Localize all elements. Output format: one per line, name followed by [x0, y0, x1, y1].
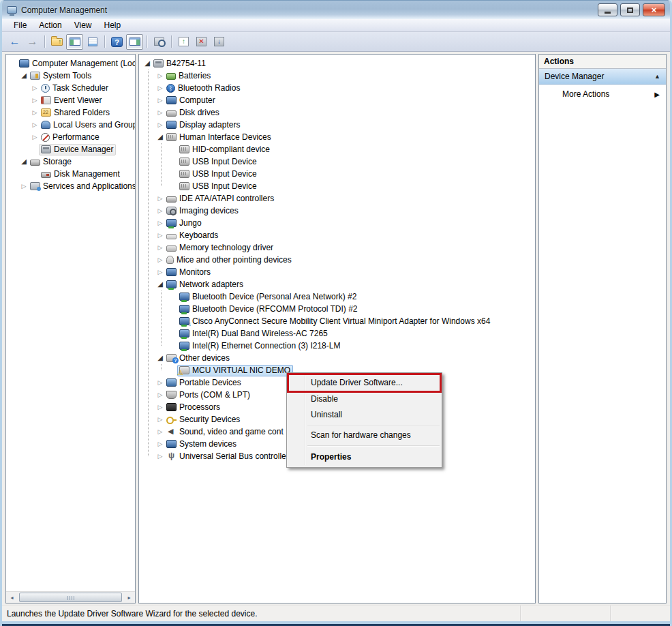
close-button[interactable]: × — [643, 3, 665, 16]
expand-arrow[interactable]: ▷ — [156, 438, 164, 450]
tree-row[interactable]: USB Input Device — [139, 168, 535, 180]
tree-row[interactable]: ▷ Event Viewer — [6, 94, 135, 106]
menu-file[interactable]: File — [7, 19, 33, 32]
expand-arrow[interactable]: ◢ — [20, 155, 28, 168]
tree-row[interactable]: HID-compliant device — [139, 143, 535, 155]
expand-arrow[interactable]: ▷ — [31, 94, 39, 106]
scrollbar-thumb[interactable] — [19, 593, 122, 602]
expand-arrow[interactable]: ▷ — [156, 450, 164, 462]
context-menu-item-scan-for-hardware-changes[interactable]: Scan for hardware changes — [288, 428, 440, 443]
scroll-right-button[interactable]: ▸ — [123, 592, 135, 603]
tree-row[interactable]: ◢ System Tools — [6, 70, 135, 82]
show-action-pane-button[interactable] — [126, 34, 143, 50]
tree-row[interactable]: ▷ Memory technology driver — [139, 241, 535, 254]
tree-row[interactable]: Intel(R) Ethernet Connection (3) I218-LM — [139, 340, 535, 352]
tree-row[interactable]: Bluetooth Device (RFCOMM Protocol TDI) #… — [139, 303, 535, 315]
expand-arrow[interactable]: ▷ — [156, 389, 164, 401]
tree-row[interactable]: Computer Management (Local — [6, 57, 135, 70]
context-menu-item-update-driver-software[interactable]: Update Driver Software... — [288, 374, 440, 391]
expand-arrow[interactable]: ▷ — [156, 106, 164, 119]
tree-row[interactable]: ▷ Batteries — [139, 70, 535, 82]
actions-section-device-manager[interactable]: Device Manager ▲ — [539, 69, 666, 85]
tree-row[interactable]: Bluetooth Device (Personal Area Network)… — [139, 290, 535, 303]
expand-arrow[interactable]: ▷ — [156, 217, 164, 229]
tree-row[interactable]: ▷ Monitors — [139, 266, 535, 278]
collapse-section-icon[interactable]: ▲ — [654, 73, 660, 80]
tree-row[interactable]: ▷ Task Scheduler — [6, 82, 135, 94]
tree-row[interactable]: ◢ Other devices — [139, 352, 535, 364]
expand-arrow[interactable]: ▷ — [20, 180, 28, 192]
expand-arrow[interactable]: ▷ — [31, 131, 39, 143]
expand-arrow[interactable]: ▷ — [156, 82, 164, 94]
tree-row[interactable]: USB Input Device — [139, 155, 535, 168]
tree-row[interactable]: ◢ Human Interface Devices — [139, 131, 535, 143]
tree-row[interactable]: ◢ Storage — [6, 155, 135, 168]
help-button[interactable]: ? — [108, 34, 125, 50]
tree-row[interactable]: Cisco AnyConnect Secure Mobility Client … — [139, 315, 535, 327]
tree-row[interactable]: ◢ Network adapters — [139, 278, 535, 290]
keyboard-icon — [166, 234, 177, 239]
tree-row[interactable]: ▷ Computer — [139, 94, 535, 106]
update-driver-button[interactable]: ↑ — [175, 34, 192, 50]
maximize-button[interactable] — [620, 3, 640, 16]
menu-action[interactable]: Action — [33, 19, 67, 32]
tree-row[interactable]: Intel(R) Dual Band Wireless-AC 7265 — [139, 327, 535, 340]
tree-row[interactable]: ▷ Bluetooth Radios — [139, 82, 535, 94]
scroll-left-button[interactable]: ◂ — [6, 592, 18, 603]
expand-arrow[interactable]: ▷ — [156, 229, 164, 241]
tree-row[interactable]: ▷ Services and Applications — [6, 180, 135, 192]
more-actions-item[interactable]: More Actions ▶ — [539, 85, 666, 104]
tree-row[interactable]: ▷ Disk drives — [139, 106, 535, 119]
tree-row[interactable]: USB Input Device — [139, 180, 535, 192]
tree-row[interactable]: ▷ Imaging devices — [139, 205, 535, 217]
menu-help[interactable]: Help — [98, 19, 127, 32]
export-list-button[interactable] — [84, 34, 101, 50]
scan-hardware-button[interactable]: ↓ — [211, 34, 228, 50]
expand-arrow[interactable]: ▷ — [156, 254, 164, 266]
horizontal-scrollbar[interactable]: ◂ ▸ — [6, 591, 135, 603]
tree-row[interactable]: ▷ Jungo — [139, 217, 535, 229]
expand-arrow[interactable]: ▷ — [156, 119, 164, 131]
up-folder-icon — [51, 38, 63, 46]
back-button[interactable]: ← — [6, 34, 23, 50]
network-icon — [179, 293, 189, 301]
expand-arrow[interactable]: ▷ — [156, 426, 164, 438]
context-menu-item-disable[interactable]: Disable — [288, 391, 440, 407]
tree-row[interactable]: ▷ Shared Folders — [6, 106, 135, 119]
tree-row[interactable]: ▷ Display adapters — [139, 119, 535, 131]
expand-arrow[interactable]: ▷ — [31, 82, 39, 94]
expand-arrow[interactable]: ▷ — [156, 413, 164, 426]
expand-arrow[interactable]: ◢ — [156, 278, 164, 290]
tree-row[interactable]: ▷ Local Users and Groups — [6, 119, 135, 131]
expand-arrow[interactable]: ◢ — [156, 352, 164, 364]
expand-arrow[interactable]: ▷ — [156, 266, 164, 278]
expand-arrow[interactable]: ▷ — [156, 192, 164, 205]
expand-arrow[interactable]: ▷ — [156, 376, 164, 389]
tree-row[interactable]: Disk Management — [6, 168, 135, 180]
expand-arrow[interactable]: ◢ — [20, 70, 28, 82]
expand-arrow[interactable]: ▷ — [156, 401, 164, 413]
expand-arrow[interactable]: ▷ — [156, 241, 164, 254]
expand-arrow[interactable]: ▷ — [156, 94, 164, 106]
expand-arrow[interactable]: ◢ — [143, 57, 151, 70]
tree-row[interactable]: ▷ Keyboards — [139, 229, 535, 241]
tree-row[interactable]: Device Manager — [6, 143, 135, 155]
tree-row[interactable]: ◢ B42754-11 — [139, 57, 535, 70]
expand-arrow[interactable]: ◢ — [156, 131, 164, 143]
context-menu-item-properties[interactable]: Properties — [288, 448, 440, 466]
expand-arrow[interactable]: ▷ — [31, 119, 39, 131]
context-menu-item-uninstall[interactable]: Uninstall — [288, 407, 440, 423]
minimize-button[interactable] — [598, 3, 617, 16]
expand-arrow[interactable]: ▷ — [31, 106, 39, 119]
show-console-tree-button[interactable] — [66, 34, 83, 50]
tree-row[interactable]: ▷ Mice and other pointing devices — [139, 254, 535, 266]
forward-button[interactable]: → — [24, 34, 41, 50]
up-folder-button[interactable] — [48, 34, 65, 50]
uninstall-device-button[interactable]: ✕ — [193, 34, 210, 50]
find-computer-button[interactable] — [151, 34, 168, 50]
expand-arrow[interactable]: ▷ — [156, 205, 164, 217]
menu-view[interactable]: View — [68, 19, 98, 32]
tree-row[interactable]: ▷ Performance — [6, 131, 135, 143]
expand-arrow[interactable]: ▷ — [156, 70, 164, 82]
tree-row[interactable]: ▷ IDE ATA/ATAPI controllers — [139, 192, 535, 205]
